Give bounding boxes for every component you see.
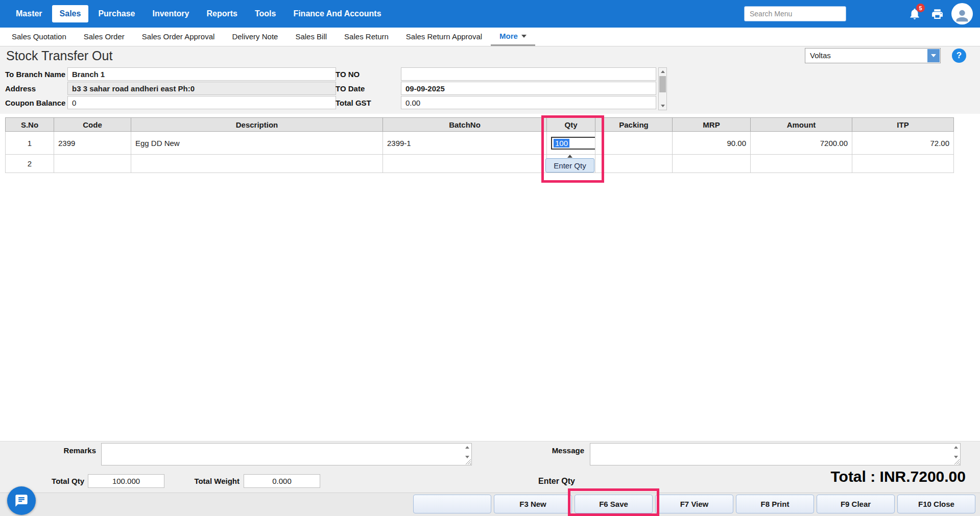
tooltip-caret-icon — [567, 155, 572, 158]
chat-widget-button[interactable] — [7, 486, 36, 515]
f10-close-button[interactable]: F10 Close — [897, 495, 975, 513]
table-header-row: S.No Code Description BatchNo Qty Packin… — [6, 118, 954, 132]
header-form: To Branch Name Address Coupon Balance TO… — [0, 65, 980, 114]
col-header-qty: Qty — [547, 118, 595, 132]
total-qty-input[interactable] — [88, 474, 164, 488]
qty-input[interactable]: 100 — [551, 137, 595, 150]
footer-button-strip: F3 New F6 Save F7 View F8 Print F9 Clear… — [0, 493, 980, 516]
subnav-sales-bill[interactable]: Sales Bill — [286, 28, 336, 46]
remarks-field — [101, 443, 472, 465]
col-header-batchno: BatchNo — [383, 118, 547, 132]
company-select-value: Voltas — [805, 48, 940, 63]
f9-clear-button[interactable]: F9 Clear — [817, 495, 895, 513]
f7-view-button[interactable]: F7 View — [655, 495, 733, 513]
cell-description[interactable]: Egg DD New — [131, 132, 383, 155]
help-button[interactable]: ? — [952, 48, 966, 63]
total-gst-label: Total GST — [336, 99, 371, 107]
scroll-thumb[interactable] — [659, 76, 666, 92]
subnav-sales-return[interactable]: Sales Return — [336, 28, 397, 46]
company-select-arrow[interactable] — [927, 49, 940, 62]
total-gst-input[interactable] — [401, 96, 656, 109]
spinner-down-icon[interactable] — [465, 456, 469, 458]
user-icon — [953, 7, 971, 24]
cell-itp — [852, 155, 954, 173]
nav-reports[interactable]: Reports — [199, 5, 245, 22]
sales-subnav: Sales Quotation Sales Order Sales Order … — [0, 28, 980, 46]
to-no-label: TO NO — [336, 70, 360, 79]
col-header-mrp: MRP — [673, 118, 751, 132]
main-nav: Master Sales Purchase Inventory Reports … — [0, 5, 389, 22]
nav-master[interactable]: Master — [8, 5, 50, 22]
col-header-sno: S.No — [6, 118, 54, 132]
address-input[interactable] — [67, 82, 336, 95]
scroll-up-icon[interactable] — [659, 68, 666, 76]
notification-badge: 5 — [916, 4, 925, 12]
status-message: Enter Qty — [506, 477, 608, 486]
col-header-packing: Packing — [595, 118, 673, 132]
subnav-more[interactable]: More — [491, 28, 535, 46]
cell-itp: 72.00 — [852, 132, 954, 155]
f3-new-button[interactable]: F3 New — [494, 495, 572, 513]
nav-sales[interactable]: Sales — [52, 5, 89, 22]
cell-packing[interactable] — [595, 132, 673, 155]
cell-batchno[interactable]: 2399-1 — [383, 132, 547, 155]
spinner-up-icon[interactable] — [465, 446, 469, 449]
f8-print-button[interactable]: F8 Print — [736, 495, 814, 513]
nav-purchase[interactable]: Purchase — [90, 5, 142, 22]
address-label: Address — [5, 84, 36, 93]
remarks-label: Remarks — [30, 446, 96, 455]
cell-description[interactable] — [131, 155, 383, 173]
page-titlebar: Stock Transfer Out Voltas ? — [0, 46, 980, 65]
f6-save-button[interactable]: F6 Save — [575, 495, 653, 513]
cell-sno: 1 — [6, 132, 54, 155]
cell-code[interactable] — [54, 155, 131, 173]
app-root: Master Sales Purchase Inventory Reports … — [0, 0, 980, 516]
message-textarea[interactable] — [590, 444, 960, 465]
subnav-sales-order-approval[interactable]: Sales Order Approval — [133, 28, 224, 46]
company-select[interactable]: Voltas — [805, 48, 941, 63]
help-icon: ? — [957, 51, 962, 61]
nav-tools[interactable]: Tools — [247, 5, 283, 22]
spinner-up-icon[interactable] — [954, 446, 958, 449]
notifications-button[interactable]: 5 — [906, 6, 923, 22]
col-header-amount: Amount — [751, 118, 852, 132]
cell-amount: 7200.00 — [751, 132, 852, 155]
scroll-down-icon[interactable] — [659, 102, 666, 110]
page-title: Stock Transfer Out — [6, 46, 112, 65]
message-label: Message — [518, 446, 584, 455]
nav-finance-accounts[interactable]: Finance And Accounts — [285, 5, 389, 22]
subnav-sales-return-approval[interactable]: Sales Return Approval — [397, 28, 491, 46]
to-no-input[interactable] — [401, 67, 656, 81]
subnav-sales-order[interactable]: Sales Order — [75, 28, 133, 46]
cell-packing[interactable] — [595, 155, 673, 173]
items-table: S.No Code Description BatchNo Qty Packin… — [5, 117, 954, 173]
to-date-label: TO Date — [336, 84, 365, 93]
dropdown-arrow-icon — [931, 54, 936, 57]
search-input[interactable] — [744, 6, 846, 21]
qty-tooltip: Enter Qty — [545, 158, 594, 173]
qty-value: 100 — [554, 139, 569, 148]
to-date-input[interactable] — [401, 82, 656, 95]
subnav-delivery-note[interactable]: Delivery Note — [223, 28, 286, 46]
total-weight-input[interactable] — [244, 474, 320, 488]
subnav-sales-quotation[interactable]: Sales Quotation — [3, 28, 75, 46]
to-branch-name-label: To Branch Name — [5, 70, 65, 79]
top-menubar: Master Sales Purchase Inventory Reports … — [0, 0, 980, 28]
cell-code[interactable]: 2399 — [54, 132, 131, 155]
to-branch-name-input[interactable] — [67, 67, 336, 81]
footer-button-blank[interactable] — [413, 495, 491, 513]
remarks-textarea[interactable] — [102, 444, 471, 465]
cell-batchno[interactable] — [383, 155, 547, 173]
bottom-panel: Remarks Message Total Qty Total Weight E… — [0, 441, 980, 516]
grand-total: Total : INR.7200.00 — [830, 468, 966, 485]
col-header-description: Description — [131, 118, 383, 132]
spinner-down-icon[interactable] — [954, 456, 958, 458]
coupon-balance-input[interactable] — [67, 96, 336, 109]
nav-inventory[interactable]: Inventory — [145, 5, 197, 22]
cell-qty: 100 — [547, 132, 595, 155]
avatar[interactable] — [951, 3, 973, 24]
print-button[interactable] — [929, 6, 945, 22]
form-scrollbar[interactable] — [658, 67, 667, 110]
chevron-down-icon — [521, 35, 527, 38]
table-row: 1 2399 Egg DD New 2399-1 100 90.00 7200.… — [6, 132, 954, 155]
